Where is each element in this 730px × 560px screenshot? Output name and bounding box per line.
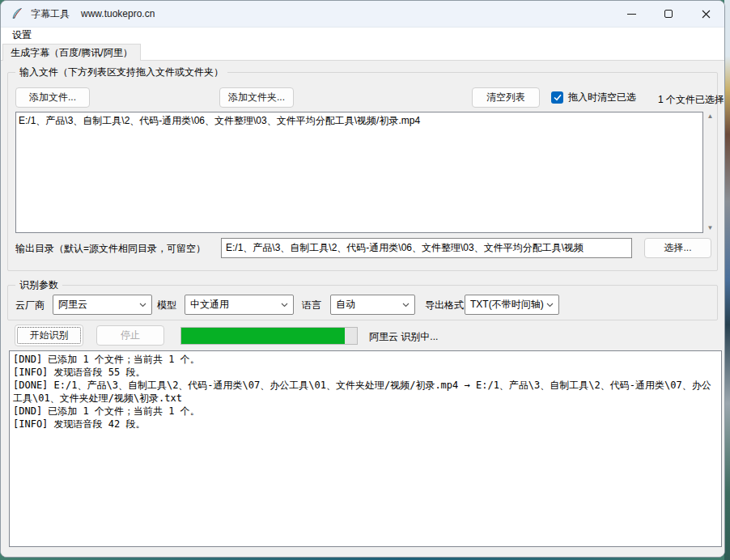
chevron-down-icon xyxy=(281,303,288,308)
vendor-select[interactable]: 阿里云 xyxy=(53,295,152,315)
log-area[interactable]: [DND] 已添加 1 个文件；当前共 1 个。 [INFO] 发现语音段 55… xyxy=(9,350,722,547)
log-line: [DND] 已添加 1 个文件；当前共 1 个。 xyxy=(13,405,718,418)
file-list-scrollbar[interactable]: ▲ ▼ xyxy=(703,112,717,233)
minimize-icon xyxy=(627,14,636,15)
maximize-icon xyxy=(664,10,673,18)
clear-on-drop-label: 拖入时清空已选 xyxy=(568,91,636,104)
recognition-params-title: 识别参数 xyxy=(15,279,62,291)
close-button[interactable] xyxy=(687,1,724,27)
menubar: 设置 xyxy=(1,27,724,43)
titlebar[interactable]: 字幕工具 www.tuokepro.cn xyxy=(1,1,724,27)
tab-generate-subtitles[interactable]: 生成字幕（百度/腾讯/阿里） xyxy=(2,44,141,61)
window-title-url: www.tuokepro.cn xyxy=(81,8,155,19)
tabstrip: 生成字幕（百度/腾讯/阿里） xyxy=(1,43,724,61)
tab-content: 输入文件（下方列表区支持拖入文件或文件夹） 添加文件... 添加文件夹... 清… xyxy=(1,61,724,557)
model-label: 模型 xyxy=(157,299,176,312)
stop-button[interactable]: 停止 xyxy=(96,325,164,346)
add-folder-button[interactable]: 添加文件夹... xyxy=(219,87,294,108)
close-icon xyxy=(702,10,711,19)
start-recognition-label: 开始识别 xyxy=(30,329,69,342)
progress-bar-fill xyxy=(181,328,345,344)
chevron-down-icon xyxy=(402,303,410,308)
recognition-status-text: 阿里云 识别中... xyxy=(369,330,438,344)
desktop-edge-strip xyxy=(724,0,730,560)
model-select[interactable]: 中文通用 xyxy=(185,295,294,315)
model-select-value: 中文通用 xyxy=(190,298,229,312)
app-feather-icon xyxy=(11,7,23,20)
output-dir-input[interactable]: E:/1、产品\3、自制工具\2、代码-通用类\06、文件整理\03、文件平均分… xyxy=(221,238,632,258)
chevron-down-icon xyxy=(546,303,554,308)
format-select[interactable]: TXT(不带时间轴) xyxy=(465,295,559,315)
file-listbox[interactable]: E:/1、产品\3、自制工具\2、代码-通用类\06、文件整理\03、文件平均分… xyxy=(15,112,703,233)
chevron-down-icon xyxy=(139,303,146,308)
menu-settings[interactable]: 设置 xyxy=(8,28,36,43)
selection-count-status: 1 个文件已选择 xyxy=(658,93,724,107)
add-file-button[interactable]: 添加文件... xyxy=(15,87,90,108)
app-window: 字幕工具 www.tuokepro.cn 设置 生成字幕（百度/腾讯/阿里） 输… xyxy=(0,0,725,558)
window-title: 字幕工具 xyxy=(31,7,70,21)
output-dir-label: 输出目录（默认=源文件相同目录，可留空） xyxy=(15,242,206,256)
minimize-button[interactable] xyxy=(613,1,650,27)
clear-on-drop-checkbox[interactable]: 拖入时清空已选 xyxy=(551,91,636,104)
file-list-wrap: E:/1、产品\3、自制工具\2、代码-通用类\06、文件整理\03、文件平均分… xyxy=(15,112,717,233)
input-files-group-title: 输入文件（下方列表区支持拖入文件或文件夹） xyxy=(15,66,227,78)
checkbox-checked-icon xyxy=(551,91,563,104)
file-list-item[interactable]: E:/1、产品\3、自制工具\2、代码-通用类\06、文件整理\03、文件平均分… xyxy=(19,114,700,127)
log-line: [DONE] E:/1、产品\3、自制工具\2、代码-通用类\07、办公工具\0… xyxy=(13,379,718,405)
scroll-up-icon[interactable]: ▲ xyxy=(707,113,714,120)
language-select[interactable]: 自动 xyxy=(330,295,415,315)
vendor-label: 云厂商 xyxy=(15,299,45,312)
start-recognition-button[interactable]: 开始识别 xyxy=(15,325,83,346)
format-label: 导出格式 xyxy=(425,299,464,312)
log-line: [INFO] 发现语音段 42 段。 xyxy=(13,418,718,431)
language-label: 语言 xyxy=(302,299,321,312)
format-select-value: TXT(不带时间轴) xyxy=(470,298,544,312)
clear-list-button[interactable]: 清空列表 xyxy=(472,87,540,108)
maximize-button[interactable] xyxy=(650,1,687,27)
log-line: [INFO] 发现语音段 55 段。 xyxy=(13,366,718,379)
progress-bar xyxy=(180,327,358,345)
browse-button[interactable]: 选择... xyxy=(644,238,711,258)
vendor-select-value: 阿里云 xyxy=(58,298,87,312)
scroll-down-icon[interactable]: ▼ xyxy=(707,225,714,231)
language-select-value: 自动 xyxy=(336,298,355,312)
log-line: [DND] 已添加 1 个文件；当前共 1 个。 xyxy=(13,353,718,366)
